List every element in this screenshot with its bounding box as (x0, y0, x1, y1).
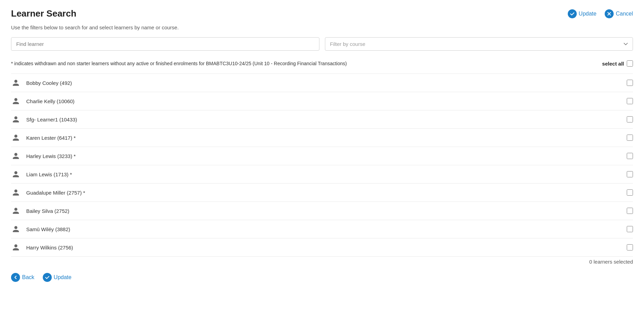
learner-checkbox[interactable] (627, 208, 633, 214)
learner-row: Bobby Cooley (492) (11, 73, 633, 92)
page-title: Learner Search (11, 8, 76, 19)
x-circle-icon (605, 9, 614, 18)
learner-avatar-icon (11, 206, 21, 216)
learner-avatar-icon (11, 96, 21, 106)
learner-left: Harley Lewis (3233) * (11, 151, 76, 161)
learner-avatar-icon (11, 188, 21, 197)
learner-name: Guadalupe Miller (2757) * (26, 190, 85, 196)
back-label: Back (22, 274, 34, 280)
filters-row: Filter by course (11, 37, 633, 51)
learner-avatar-icon (11, 243, 21, 252)
update-button-top[interactable]: Update (568, 9, 597, 18)
back-circle-icon (11, 273, 20, 282)
footer-actions: Back Update (11, 273, 71, 282)
learner-left: Karen Lester (6417) * (11, 133, 76, 142)
learner-checkbox[interactable] (627, 171, 633, 177)
learner-name: Karen Lester (6417) * (26, 135, 76, 141)
filter-by-course-select[interactable]: Filter by course (325, 37, 633, 51)
learner-avatar-icon (11, 224, 21, 234)
learner-row: Samū Wiléy (3882) (11, 220, 633, 238)
learner-left: Charlie Kelly (10060) (11, 96, 75, 106)
header-actions: Update Cancel (568, 9, 633, 18)
update-label-top: Update (579, 11, 597, 17)
check-circle-icon-bottom (43, 273, 52, 282)
learner-checkbox[interactable] (627, 244, 633, 250)
select-all-container: select all (602, 60, 633, 67)
learner-row: Karen Lester (6417) * (11, 128, 633, 147)
learner-list: Bobby Cooley (492) Charlie Kelly (10060) (11, 73, 633, 257)
learner-row: Bailey Silva (2752) (11, 201, 633, 220)
learner-row: Harry Wilkins (2756) (11, 238, 633, 257)
learner-left: Samū Wiléy (3882) (11, 224, 70, 234)
learner-left: Sfg- Learner1 (10433) (11, 115, 77, 124)
learner-name: Sfg- Learner1 (10433) (26, 117, 77, 122)
update-label-bottom: Update (54, 274, 72, 280)
back-button[interactable]: Back (11, 273, 34, 282)
learner-name: Samū Wiléy (3882) (26, 226, 70, 232)
check-circle-icon (568, 9, 577, 18)
learner-avatar-icon (11, 169, 21, 179)
learner-checkbox[interactable] (627, 226, 633, 232)
learner-checkbox[interactable] (627, 98, 633, 104)
learner-left: Harry Wilkins (2756) (11, 243, 73, 252)
header-row: Learner Search Update Cancel (11, 8, 633, 19)
learner-avatar-icon (11, 115, 21, 124)
learner-left: Bobby Cooley (492) (11, 78, 72, 88)
footer-row: Back Update (11, 273, 633, 282)
learner-left: Bailey Silva (2752) (11, 206, 69, 216)
learner-checkbox[interactable] (627, 189, 633, 196)
learner-row: Sfg- Learner1 (10433) (11, 110, 633, 128)
learner-checkbox[interactable] (627, 80, 633, 86)
learner-name: Liam Lewis (1713) * (26, 171, 72, 177)
learner-row: Charlie Kelly (10060) (11, 92, 633, 110)
select-all-label: select all (602, 61, 624, 67)
cancel-label-top: Cancel (616, 11, 633, 17)
learner-name: Harley Lewis (3233) * (26, 153, 76, 159)
learner-avatar-icon (11, 78, 21, 88)
learner-name: Harry Wilkins (2756) (26, 245, 73, 250)
select-all-checkbox[interactable] (627, 60, 633, 67)
learner-row: Harley Lewis (3233) * (11, 147, 633, 165)
learner-name: Bobby Cooley (492) (26, 80, 72, 86)
learner-row: Liam Lewis (1713) * (11, 165, 633, 183)
learner-checkbox[interactable] (627, 116, 633, 122)
notice-text: * indicates withdrawn and non starter le… (11, 61, 602, 66)
learner-row: Guadalupe Miller (2757) * (11, 183, 633, 201)
learner-avatar-icon (11, 133, 21, 142)
learner-left: Guadalupe Miller (2757) * (11, 188, 85, 197)
update-button-bottom[interactable]: Update (43, 273, 72, 282)
learner-name: Bailey Silva (2752) (26, 208, 69, 214)
learner-name: Charlie Kelly (10060) (26, 98, 75, 104)
learners-selected-count: 0 learners selected (11, 259, 633, 265)
find-learner-input[interactable] (11, 37, 319, 51)
learner-checkbox[interactable] (627, 135, 633, 141)
learner-avatar-icon (11, 151, 21, 161)
subtitle: Use the filters below to search for and … (11, 24, 633, 30)
notice-row: * indicates withdrawn and non starter le… (11, 60, 633, 69)
cancel-button-top[interactable]: Cancel (605, 9, 633, 18)
learner-left: Liam Lewis (1713) * (11, 169, 72, 179)
learner-checkbox[interactable] (627, 153, 633, 159)
